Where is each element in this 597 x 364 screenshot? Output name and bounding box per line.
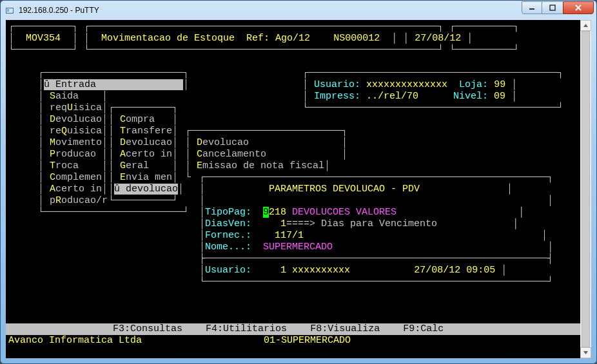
panel-title: PARAMETROS DEVOLUCAO - PDV — [269, 184, 420, 195]
header-title: Movimentacao de Estoque — [101, 33, 235, 44]
usuario-value: xxxxxxxxxxxxxx — [366, 79, 447, 90]
tipopag-rest: 218 — [269, 207, 286, 218]
f9-label[interactable]: F9:Calc — [403, 323, 444, 334]
tipopag-desc: DEVOLUCOES VALORES — [292, 207, 396, 218]
tipopag-cursor[interactable]: 9 — [263, 207, 269, 218]
nome-value: SUPERMERCADO — [263, 242, 333, 253]
f4-label[interactable]: F4:Utilitarios — [206, 323, 287, 334]
menu2-selected[interactable]: û devolucao — [114, 184, 178, 195]
svg-rect-5 — [550, 5, 555, 10]
minimize-button[interactable] — [522, 1, 542, 14]
header-ref: Ref: Ago/12 — [246, 33, 310, 44]
impress-label: Impress: — [314, 91, 360, 102]
usuario-label: Usuario: — [314, 79, 360, 90]
terminal[interactable]: ┌──────────┐ ┌──────────────────────────… — [6, 20, 591, 358]
header-code: MOV354 — [26, 33, 61, 44]
titlebar[interactable]: 192.168.0.250 - PuTTY — [1, 1, 596, 20]
diasven-label: DiasVen: — [205, 218, 251, 229]
putty-icon — [5, 5, 15, 15]
p-datetime: 27/08/12 09:05 — [414, 265, 495, 276]
diasven-desc: ====> Dias para Vencimento — [286, 218, 437, 229]
nivel-label: Nivel: — [453, 91, 488, 102]
header-ns: NS000012 — [333, 33, 380, 44]
p-usuario-name: xxxxxxxxxx — [292, 265, 350, 276]
p-usuario-label: Usuario: — [205, 265, 251, 276]
tipopag-label: TipoPag: — [205, 207, 251, 218]
window-frame: 192.168.0.250 - PuTTY ┌──────────┐ ┌────… — [0, 0, 597, 364]
header-date: 27/08/12 — [415, 33, 461, 44]
loja-value: 99 — [494, 79, 505, 90]
p-usuario-value: 1 — [280, 265, 286, 276]
window-title: 192.168.0.250 - PuTTY — [19, 6, 99, 15]
loja-label: Loja: — [459, 79, 488, 90]
f3-label[interactable]: F3:Consultas — [113, 323, 182, 334]
close-button[interactable] — [563, 1, 594, 14]
nome-label: Nome...: — [205, 242, 251, 253]
impress-value: ../rel/70 — [366, 91, 418, 102]
company-name: Avanco Informatica Ltda — [8, 335, 142, 346]
diasven-value: 1 — [280, 218, 286, 229]
fornec-label: Fornec.: — [205, 230, 251, 241]
store-name: 01-SUPERMERCADO — [264, 335, 351, 346]
nivel-value: 09 — [494, 91, 505, 102]
fornec-value: 117/1 — [275, 230, 304, 241]
window-buttons — [522, 1, 594, 14]
menu1-selected[interactable]: û Entrada — [44, 79, 96, 90]
f8-label[interactable]: F8:Visualiza — [310, 323, 380, 334]
maximize-button[interactable] — [542, 1, 563, 14]
